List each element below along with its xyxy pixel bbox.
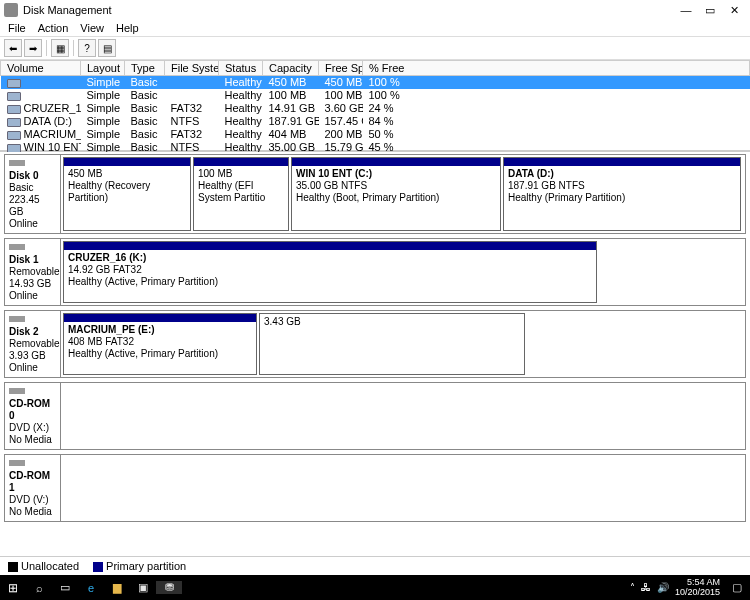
column-header[interactable]: Layout (81, 61, 125, 76)
minimize-button[interactable]: — (674, 4, 698, 17)
legend-item: Unallocated (8, 560, 79, 572)
disk-management-taskbar-icon[interactable]: ⛃ (156, 581, 182, 594)
back-button[interactable]: ⬅ (4, 39, 22, 57)
separator (46, 40, 47, 56)
column-header[interactable]: File System (165, 61, 219, 76)
tray-volume-icon[interactable]: 🔊 (657, 582, 669, 593)
legend: UnallocatedPrimary partition (0, 556, 750, 575)
table-row[interactable]: MACRIUM_PE (E:)SimpleBasicFAT32Healthy (… (1, 128, 750, 141)
explorer-icon[interactable]: ▆ (104, 581, 130, 594)
system-tray[interactable]: ˄ 🖧 🔊 (630, 582, 675, 593)
disk-info: Disk 2Removable3.93 GBOnline (5, 311, 61, 377)
partition[interactable]: DATA (D:)187.91 GB NTFSHealthy (Primary … (503, 157, 741, 231)
drive-icon (7, 92, 21, 101)
table-row[interactable]: DATA (D:)SimpleBasicNTFSHealthy (P...187… (1, 115, 750, 128)
taskview-icon[interactable]: ▭ (52, 581, 78, 594)
app-icon[interactable]: ▣ (130, 581, 156, 594)
drive-icon (7, 105, 21, 114)
graphical-pane[interactable]: Disk 0Basic223.45 GBOnline450 MBHealthy … (0, 152, 750, 556)
disk-icon (9, 244, 25, 250)
close-button[interactable]: ✕ (722, 4, 746, 17)
forward-button[interactable]: ➡ (24, 39, 42, 57)
disk-info: CD-ROM 1DVD (V:)No Media (5, 455, 61, 521)
menu-help[interactable]: Help (116, 22, 139, 34)
disk-icon (9, 160, 25, 166)
title-bar: Disk Management — ▭ ✕ (0, 0, 750, 20)
column-header[interactable]: Free Spa... (319, 61, 363, 76)
menu-action[interactable]: Action (38, 22, 69, 34)
partition[interactable]: 3.43 GB (259, 313, 525, 375)
help-button[interactable]: ? (78, 39, 96, 57)
toolbar: ⬅ ➡ ▦ ? ▤ (0, 36, 750, 60)
tray-chevron-icon[interactable]: ˄ (630, 582, 635, 593)
partition[interactable]: WIN 10 ENT (C:)35.00 GB NTFSHealthy (Boo… (291, 157, 501, 231)
column-header[interactable]: Capacity (263, 61, 319, 76)
tray-network-icon[interactable]: 🖧 (641, 582, 651, 593)
disk-icon (9, 388, 25, 394)
refresh-button[interactable]: ▤ (98, 39, 116, 57)
column-header[interactable]: Type (125, 61, 165, 76)
taskbar[interactable]: ⊞ ⌕ ▭ e ▆ ▣ ⛃ ˄ 🖧 🔊 5:54 AM 10/20/2015 ▢ (0, 575, 750, 600)
drive-icon (7, 131, 21, 140)
legend-item: Primary partition (93, 560, 186, 572)
menu-view[interactable]: View (80, 22, 104, 34)
partition[interactable]: MACRIUM_PE (E:)408 MB FAT32Healthy (Acti… (63, 313, 257, 375)
table-row[interactable]: CRUZER_16 (K:)SimpleBasicFAT32Healthy (A… (1, 102, 750, 115)
menu-bar: File Action View Help (0, 20, 750, 36)
properties-button[interactable]: ▦ (51, 39, 69, 57)
column-header[interactable]: Status (219, 61, 263, 76)
disk-icon (9, 460, 25, 466)
partition[interactable]: CRUZER_16 (K:)14.92 GB FAT32Healthy (Act… (63, 241, 597, 303)
clock[interactable]: 5:54 AM 10/20/2015 (675, 578, 724, 598)
disk-info: CD-ROM 0DVD (X:)No Media (5, 383, 61, 449)
notification-icon[interactable]: ▢ (724, 581, 750, 594)
disk-row[interactable]: Disk 0Basic223.45 GBOnline450 MBHealthy … (4, 154, 746, 234)
partition[interactable]: 450 MBHealthy (Recovery Partition) (63, 157, 191, 231)
menu-file[interactable]: File (8, 22, 26, 34)
search-icon[interactable]: ⌕ (26, 582, 52, 594)
disk-info: Disk 1Removable14.93 GBOnline (5, 239, 61, 305)
table-row[interactable]: SimpleBasicHealthy (E...100 MB100 MB100 … (1, 89, 750, 102)
drive-icon (7, 118, 21, 127)
disk-row[interactable]: Disk 1Removable14.93 GBOnlineCRUZER_16 (… (4, 238, 746, 306)
window-title: Disk Management (23, 4, 674, 16)
disk-row[interactable]: Disk 2Removable3.93 GBOnlineMACRIUM_PE (… (4, 310, 746, 378)
disk-row[interactable]: CD-ROM 0DVD (X:)No Media (4, 382, 746, 450)
volume-list[interactable]: VolumeLayoutTypeFile SystemStatusCapacit… (0, 60, 750, 152)
disk-icon (9, 316, 25, 322)
start-button[interactable]: ⊞ (0, 581, 26, 595)
separator (73, 40, 74, 56)
column-header[interactable]: % Free (363, 61, 750, 76)
disk-info: Disk 0Basic223.45 GBOnline (5, 155, 61, 233)
disk-row[interactable]: CD-ROM 1DVD (V:)No Media (4, 454, 746, 522)
partition[interactable]: 100 MBHealthy (EFI System Partitio (193, 157, 289, 231)
edge-icon[interactable]: e (78, 582, 104, 594)
table-row[interactable]: SimpleBasicHealthy (R...450 MB450 MB100 … (1, 76, 750, 89)
app-icon (4, 3, 18, 17)
drive-icon (7, 79, 21, 88)
column-header[interactable]: Volume (1, 61, 81, 76)
maximize-button[interactable]: ▭ (698, 4, 722, 17)
